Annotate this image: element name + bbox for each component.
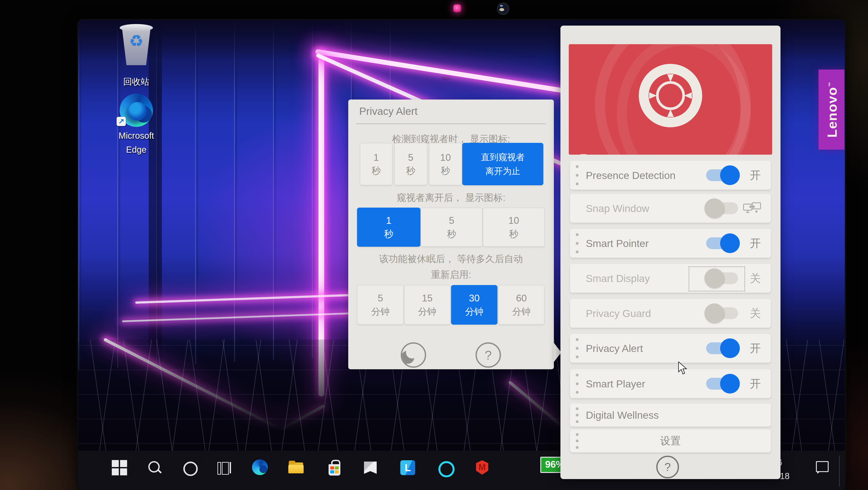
panel-row-digital-wellness[interactable]: Digital Wellness [570, 404, 771, 427]
taskbar-mcafee-button[interactable]: M [474, 459, 490, 476]
mail-icon-fold [364, 462, 377, 474]
smart-player-toggle[interactable] [706, 378, 738, 390]
row-label: Smart Display [586, 264, 650, 293]
edge-label-line2: Edge [108, 145, 165, 155]
drag-handle-icon[interactable] [576, 165, 579, 185]
option-left-1s[interactable]: 1秒 [357, 208, 421, 247]
edge-icon [252, 459, 268, 475]
option-detected-10s[interactable]: 10秒 [429, 143, 462, 185]
snap-window-toggle[interactable] [706, 202, 738, 214]
search-icon-handle [157, 469, 162, 473]
toggle-state-label: 开 [750, 168, 761, 183]
panel-header-card [569, 44, 772, 155]
taskbar-cortana-button[interactable] [181, 459, 198, 476]
start-button[interactable] [111, 459, 128, 476]
notification-center-icon[interactable] [816, 461, 829, 472]
panel-row-privacy-guard[interactable]: Privacy Guard 关 [570, 299, 771, 328]
show-desktop-divider[interactable] [839, 456, 840, 487]
file-explorer-icon-front [288, 465, 304, 473]
desktop-icon-recycle-bin[interactable]: ♻ 回收站 [117, 24, 156, 94]
option-detected-1s[interactable]: 1秒 [360, 143, 393, 185]
panel-row-presence-detection[interactable]: Presence Detection 开 [570, 161, 771, 190]
drag-handle-icon[interactable] [576, 407, 579, 423]
lenovo-feature-panel: Presence Detection 开 Snap Window Smart P… [560, 26, 780, 479]
taskbar-mail-button[interactable] [362, 459, 379, 476]
privacy-guard-toggle[interactable] [706, 307, 738, 319]
lenovo-vantage-icon: L [400, 460, 415, 475]
taskbar-search-button[interactable] [146, 459, 163, 476]
row-label: Snap Window [586, 194, 649, 223]
windows-logo-icon [111, 459, 128, 476]
panel-row-smart-display[interactable]: Smart Display 关 [570, 264, 771, 293]
row-label: Digital Wellness [586, 404, 659, 427]
smart-pointer-toggle[interactable] [706, 237, 738, 249]
panel-help-button[interactable]: ? [656, 456, 679, 479]
recycle-symbol-icon: ♻ [117, 31, 156, 50]
help-icon: ? [485, 348, 492, 363]
privacy-alert-dialog: Privacy Alert 检测到窥视者时， 显示图标: 1秒 5秒 10秒 直… [348, 99, 554, 369]
row-label: Smart Pointer [586, 229, 649, 258]
panel-row-smart-pointer[interactable]: Smart Pointer 开 [570, 229, 771, 258]
smart-display-toggle[interactable] [706, 272, 738, 284]
task-view-icon [222, 462, 229, 475]
task-view-icon [217, 462, 221, 475]
dialog-help-button[interactable]: ? [475, 342, 501, 368]
presence-detection-toggle[interactable] [706, 169, 738, 181]
privacy-alert-toggle[interactable] [706, 342, 738, 354]
option-left-10s[interactable]: 10秒 [483, 208, 545, 247]
laptop-screen: ♻ 回收站 ↗ Microsoft Edge [78, 20, 845, 490]
snap-window-icon [743, 202, 761, 215]
taskbar-lenovo-vantage-button[interactable]: L [399, 459, 416, 476]
taskbar-task-view-button[interactable] [216, 459, 233, 476]
row-label: Presence Detection [586, 161, 676, 190]
taskbar-file-explorer-button[interactable] [288, 459, 305, 476]
option-reenable-60min[interactable]: 60分钟 [498, 285, 545, 325]
drag-handle-icon[interactable] [576, 233, 579, 253]
moon-icon [406, 346, 418, 359]
microsoft-store-icon-grid [330, 466, 339, 473]
taskbar-alexa-button[interactable] [437, 459, 453, 476]
section3-label-line1: 该功能被休眠后， 等待多久后自动 [348, 253, 554, 265]
row-label: Smart Player [586, 369, 645, 398]
option-detected-until-leave[interactable]: 直到窥视者离开为止 [462, 143, 544, 185]
taskbar-edge-button[interactable] [252, 459, 269, 476]
option-reenable-5min[interactable]: 5分钟 [357, 285, 404, 325]
mcafee-shield-icon: M [476, 460, 488, 475]
row-label: 设置 [570, 429, 771, 452]
edge-logo-swirl [128, 102, 147, 121]
shortcut-arrow-icon: ↗ [117, 117, 126, 126]
row-label: Privacy Alert [586, 334, 643, 363]
drag-handle-icon[interactable] [576, 338, 579, 358]
toggle-state-label: 开 [750, 236, 761, 251]
drag-handle-icon[interactable] [576, 374, 579, 394]
lenovo-banner: Lenovo™ [818, 69, 844, 150]
recycle-bin-rim [120, 24, 153, 31]
photo-backdrop: ♻ 回收站 ↗ Microsoft Edge [0, 0, 868, 490]
option-left-5s[interactable]: 5秒 [421, 208, 483, 247]
toggle-state-label: 关 [750, 306, 761, 321]
section3-label-line2: 重新启用: [348, 268, 554, 281]
sleep-button[interactable] [401, 342, 426, 368]
panel-row-privacy-alert[interactable]: Privacy Alert 开 [570, 334, 771, 363]
alexa-icon [438, 461, 455, 477]
option-detected-5s[interactable]: 5秒 [394, 143, 427, 185]
desktop-icon-microsoft-edge[interactable]: ↗ Microsoft Edge [117, 92, 156, 158]
option-reenable-15min[interactable]: 15分钟 [404, 285, 451, 325]
mouse-cursor [678, 361, 688, 375]
recycle-bin-label: 回收站 [117, 76, 156, 88]
panel-row-snap-window[interactable]: Snap Window [570, 194, 771, 223]
camera-shutter-logo [616, 44, 725, 150]
toggle-state-label: 关 [750, 271, 761, 286]
trademark-symbol: ™ [828, 82, 833, 87]
webcam-lens [497, 3, 509, 15]
taskbar-microsoft-store-button[interactable] [327, 459, 343, 476]
dialog-divider [356, 124, 546, 124]
panel-row-settings[interactable]: 设置 [570, 429, 771, 452]
option-reenable-30min[interactable]: 30分钟 [451, 285, 497, 325]
camera-led-indicator [453, 4, 461, 12]
row-label: Privacy Guard [586, 299, 651, 328]
help-icon: ? [664, 460, 671, 473]
panel-row-smart-player[interactable]: Smart Player 开 [570, 369, 771, 398]
file-explorer-icon-tab [289, 461, 295, 464]
dialog-title: Privacy Alert [359, 105, 417, 117]
